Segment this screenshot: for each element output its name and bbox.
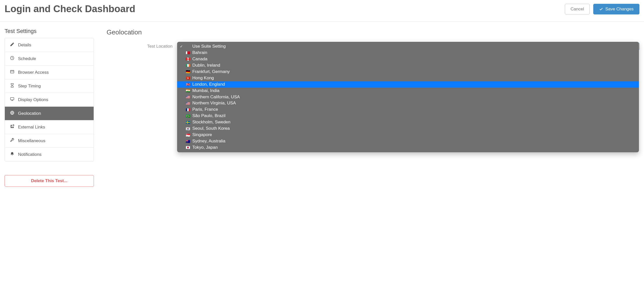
sidebar-item-details[interactable]: Details [5, 38, 94, 52]
dropdown-option[interactable]: 🇧🇭Bahrain [177, 50, 639, 56]
sidebar-item-label: Geolocation [18, 111, 41, 116]
cancel-button-label: Cancel [571, 7, 584, 12]
dropdown-option[interactable]: 🇮🇳Mumbai, India [177, 88, 639, 94]
external-icon [10, 124, 14, 130]
sidebar-item-schedule[interactable]: Schedule [5, 52, 94, 66]
wrench-icon [10, 138, 14, 144]
flag-icon: 🇺🇸 [185, 95, 190, 99]
sidebar-item-geolocation[interactable]: Geolocation [5, 107, 94, 120]
flag-icon: 🇺🇸 [185, 102, 190, 105]
sidebar-item-label: Step Timing [18, 84, 41, 89]
cancel-button[interactable]: Cancel [565, 4, 590, 14]
test-location-row: Test Location ▲▼ ✓Use Suite Setting🇧🇭Bah… [107, 42, 639, 49]
hourglass-icon [10, 83, 14, 89]
flag-icon: 🇭🇰 [185, 76, 190, 80]
delete-test-button[interactable]: Delete This Test... [5, 175, 94, 187]
delete-test-label: Delete This Test... [31, 178, 67, 183]
save-button-label: Save Changes [605, 7, 634, 12]
flag-icon: 🇧🇷 [185, 114, 190, 118]
sidebar-item-browser-access[interactable]: Browser Access [5, 66, 94, 79]
dropdown-option[interactable]: 🇦🇺Sydney, Australia [177, 138, 639, 144]
dropdown-option[interactable]: 🇯🇵Tokyo, Japan [177, 144, 639, 151]
dropdown-option-label: Sydney, Australia [192, 138, 225, 144]
section-title: Geolocation [107, 28, 639, 36]
dropdown-option-label: Paris, France [192, 107, 218, 113]
dropdown-option-label: Tokyo, Japan [192, 145, 218, 151]
flag-icon: 🇩🇪 [185, 70, 190, 73]
dropdown-option[interactable]: 🇩🇪Frankfurt, Germany [177, 69, 639, 75]
sidebar-item-label: External Links [18, 125, 45, 130]
header-actions: Cancel Save Changes [565, 4, 639, 14]
content-area: Test Settings DetailsScheduleBrowser Acc… [0, 22, 644, 193]
flag-icon: 🇫🇷 [185, 108, 190, 111]
dropdown-option[interactable]: 🇰🇷Seoul, South Korea [177, 125, 639, 132]
sidebar-title: Test Settings [5, 28, 94, 34]
flag-icon: 🇨🇦 [185, 57, 190, 61]
dropdown-option-label: Mumbai, India [192, 88, 219, 94]
dropdown-option[interactable]: 🇺🇸Northern California, USA [177, 94, 639, 100]
window-icon [10, 69, 14, 75]
sidebar-item-label: Miscellaneous [18, 138, 45, 143]
sidebar-menu: DetailsScheduleBrowser AccessStep Timing… [5, 38, 94, 161]
flag-icon: 🇯🇵 [185, 146, 190, 149]
sidebar: Test Settings DetailsScheduleBrowser Acc… [5, 28, 94, 187]
dropdown-option-label: Bahrain [192, 50, 207, 56]
sidebar-item-label: Display Options [18, 97, 48, 102]
dropdown-option-label: Use Suite Setting [192, 44, 226, 49]
dropdown-option-label: Frankfurt, Germany [192, 69, 230, 75]
sidebar-item-step-timing[interactable]: Step Timing [5, 79, 94, 93]
dropdown-option[interactable]: 🇮🇪Dublin, Ireland [177, 62, 639, 69]
sidebar-item-notifications[interactable]: Notifications [5, 148, 94, 161]
flag-icon: 🇰🇷 [185, 127, 190, 130]
dropdown-option[interactable]: 🇫🇷Paris, France [177, 106, 639, 113]
sidebar-item-label: Notifications [18, 152, 42, 157]
dropdown-option-label: Singapore [192, 132, 212, 138]
flag-icon: 🇬🇧 [185, 83, 190, 86]
dropdown-option-label: São Paulo, Brazil [192, 113, 225, 119]
svg-rect-1 [10, 70, 14, 73]
dropdown-option-label: Stockholm, Sweden [192, 119, 230, 125]
flag-icon: 🇸🇬 [185, 133, 190, 137]
dropdown-option[interactable]: 🇸🇪Stockholm, Sweden [177, 119, 639, 125]
dropdown-option[interactable]: 🇭🇰Hong Kong [177, 75, 639, 81]
monitor-icon [10, 97, 14, 103]
sidebar-item-label: Schedule [18, 56, 36, 61]
flag-icon: 🇸🇪 [185, 121, 190, 124]
dropdown-option[interactable]: ✓Use Suite Setting [177, 43, 639, 50]
dropdown-option[interactable]: 🇸🇬Singapore [177, 132, 639, 138]
flag-icon: 🇮🇳 [185, 89, 190, 92]
dropdown-option[interactable]: 🇺🇸Northern Virginia, USA [177, 100, 639, 106]
main-panel: Geolocation Test Location ▲▼ ✓Use Suite … [107, 28, 639, 49]
sidebar-item-label: Details [18, 43, 31, 48]
dropdown-option[interactable]: 🇬🇧London, England [177, 81, 639, 88]
dropdown-option-label: London, England [192, 82, 225, 87]
save-button[interactable]: Save Changes [593, 4, 639, 14]
check-icon [599, 7, 603, 11]
test-location-dropdown[interactable]: ✓Use Suite Setting🇧🇭Bahrain🇨🇦Canada🇮🇪Dub… [177, 42, 639, 152]
dropdown-option[interactable]: 🇧🇷São Paulo, Brazil [177, 113, 639, 119]
svg-rect-3 [10, 98, 14, 100]
bell-icon [10, 152, 14, 157]
dropdown-option-label: Hong Kong [192, 75, 214, 81]
sidebar-item-display-options[interactable]: Display Options [5, 93, 94, 107]
sidebar-item-label: Browser Access [18, 70, 49, 75]
pencil-icon [10, 42, 14, 48]
sidebar-item-external-links[interactable]: External Links [5, 120, 94, 134]
dropdown-option[interactable]: 🇨🇦Canada [177, 56, 639, 62]
check-icon: ✓ [180, 44, 183, 49]
test-location-label: Test Location [107, 42, 173, 49]
page-title: Login and Check Dashboard [5, 4, 135, 14]
dropdown-option-label: Dublin, Ireland [192, 63, 220, 68]
flag-icon: 🇮🇪 [185, 64, 190, 67]
clock-icon [10, 56, 14, 62]
dropdown-option-label: Northern Virginia, USA [192, 100, 236, 106]
flag-icon: 🇦🇺 [185, 140, 190, 143]
globe-icon [10, 110, 14, 116]
dropdown-option-label: Canada [192, 56, 208, 62]
dropdown-option-label: Seoul, South Korea [192, 126, 230, 132]
page-header: Login and Check Dashboard Cancel Save Ch… [0, 0, 644, 22]
flag-icon: 🇧🇭 [185, 51, 190, 54]
dropdown-option-label: Northern California, USA [192, 94, 240, 100]
sidebar-item-miscellaneous[interactable]: Miscellaneous [5, 134, 94, 148]
